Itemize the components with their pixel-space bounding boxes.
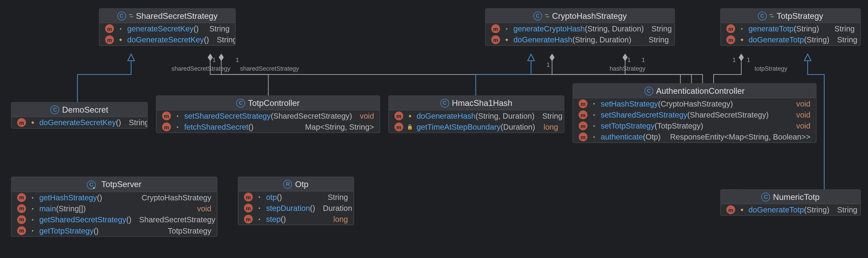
class-icon: C (440, 99, 449, 107)
method-name: main (39, 204, 56, 213)
method-params: (String[]) (56, 204, 86, 213)
member-row[interactable]: msetHashStrategy(CryptoHashStrategy) voi… (573, 98, 816, 109)
class-hmac-sha1-hash[interactable]: C HmacSha1Hash mdoGenerateHash(String, D… (389, 96, 564, 133)
class-header: C SharedSecretStrategy (100, 9, 235, 23)
class-authentication-controller[interactable]: C AuthenticationController msetHashStrat… (572, 83, 816, 143)
method-icon: m (162, 111, 171, 120)
return-type: void (796, 110, 810, 119)
member-row[interactable]: mstep() long (238, 214, 353, 225)
visibility-public-icon (29, 216, 36, 223)
member-row[interactable]: mgenerateCryptoHash(String, Duration) St… (486, 23, 674, 34)
class-name: HmacSha1Hash (452, 98, 513, 108)
method-params: () (97, 193, 102, 202)
return-type: ResponseEntity<Map<String, Boolean>> (670, 133, 810, 141)
svg-marker-3 (219, 54, 223, 61)
member-row[interactable]: mdoGenerateHash(String, Duration) String (389, 110, 563, 121)
method-params: (String, Duration) (572, 35, 631, 44)
member-row[interactable]: msetSharedSecretStrategy(SharedSecretStr… (573, 109, 816, 120)
return-type: void (197, 204, 211, 213)
class-name: Otp (295, 180, 309, 189)
member-row[interactable]: mgenerateTotp(String) String (721, 23, 860, 34)
method-icon: m (579, 133, 587, 141)
class-name: DemoSecret (62, 105, 108, 114)
member-row[interactable]: mdoGenerateTotp(String) String (721, 204, 860, 215)
return-type: String (129, 118, 148, 127)
method-icon: m (244, 215, 253, 223)
method-icon: m (579, 121, 587, 130)
method-icon: m (491, 35, 500, 44)
member-row[interactable]: mfetchSharedSecret() Map<String, String> (156, 121, 379, 133)
class-numeric-totp[interactable]: C NumericTotp mdoGenerateTotp(String) St… (720, 189, 861, 216)
method-icon: m (244, 204, 253, 213)
class-shared-secret-strategy[interactable]: C SharedSecretStrategy m generateSecretK… (99, 8, 236, 46)
method-icon: m (17, 118, 26, 127)
return-type: void (360, 111, 374, 120)
member-row[interactable]: m generateSecretKey() String (100, 23, 235, 34)
class-name: TotpServer (101, 180, 142, 189)
return-type: TotpStrategy (168, 226, 211, 235)
svg-marker-8 (623, 54, 627, 61)
edge-label: totpStrategy (754, 65, 787, 72)
class-totp-strategy[interactable]: C TotpStrategy mgenerateTotp(String) Str… (720, 8, 861, 46)
member-row[interactable]: mdoGenerateTotp(String) String (721, 34, 860, 45)
member-row[interactable]: mdoGenerateHash(String, Duration) String (486, 34, 674, 45)
method-name: setSharedSecretStrategy (184, 111, 271, 120)
svg-marker-6 (550, 54, 554, 61)
method-icon: m (244, 193, 253, 201)
member-row[interactable]: msetTotpStrategy(TotpStrategy) void (573, 120, 816, 131)
class-icon: C (758, 11, 767, 20)
class-icon: C (533, 11, 542, 20)
method-name: doGenerateHash (514, 35, 572, 44)
class-crypto-hash-strategy[interactable]: C CryptoHashStrategy mgenerateCryptoHash… (485, 8, 675, 46)
edge-label: hashStrategy (610, 65, 645, 72)
member-row[interactable]: mgetHashStrategy() CryptoHashStrategy (12, 192, 217, 203)
svg-text:1: 1 (642, 57, 645, 63)
method-params: (Otp) (643, 133, 660, 141)
visibility-public-icon (256, 193, 263, 201)
return-type: void (796, 121, 810, 130)
visibility-protected-icon (503, 36, 510, 43)
visibility-public-icon (503, 25, 510, 33)
svg-marker-0 (128, 54, 134, 61)
member-row[interactable]: mgetTotpStrategy() TotpStrategy (12, 225, 217, 236)
method-params: (String, Duration) (475, 111, 534, 120)
class-demo-secret[interactable]: C DemoSecret mdoGenerateSecretKey() Stri… (11, 102, 148, 128)
member-row[interactable]: mgetTimeAtStepBoundary(Duration) long (389, 121, 563, 133)
method-name: getTotpStrategy (39, 226, 94, 235)
return-type: String (835, 24, 855, 33)
method-params: (String, Duration) (585, 24, 644, 33)
member-row[interactable]: m doGenerateSecretKey() String (100, 34, 235, 45)
member-row[interactable]: mstepDuration() Duration (238, 202, 353, 214)
method-params: () (116, 118, 121, 127)
visibility-protected-icon (29, 119, 36, 126)
member-row[interactable]: msetSharedSecretStrategy(SharedSecretStr… (156, 110, 379, 121)
method-icon: m (17, 204, 26, 213)
method-name: doGenerateTotp (748, 35, 804, 44)
method-icon: m (579, 99, 587, 108)
class-name: AuthenticationController (656, 86, 745, 96)
method-name: setSharedSecretStrategy (601, 110, 687, 119)
class-icon: C (645, 86, 653, 95)
member-row[interactable]: mmain(String[]) void (12, 203, 217, 214)
method-name: generateSecretKey (127, 24, 194, 33)
method-params: (SharedSecretStrategy) (687, 110, 769, 119)
visibility-public-icon (590, 100, 598, 107)
svg-text:1: 1 (213, 57, 216, 63)
class-otp[interactable]: R Otp motp() String mstepDuration() Dura… (238, 177, 354, 225)
return-type: String (209, 24, 229, 33)
visibility-public-icon (590, 111, 598, 118)
method-name: generateTotp (748, 24, 794, 33)
visibility-public-icon (256, 215, 263, 223)
class-totp-server[interactable]: C▸ TotpServer mgetHashStrategy() CryptoH… (11, 177, 217, 236)
member-row[interactable]: motp() String (238, 192, 353, 202)
method-name: authenticate (601, 133, 643, 141)
class-header: C CryptoHashStrategy (486, 9, 674, 23)
method-name: setTotpStrategy (601, 121, 655, 130)
method-params: (TotpStrategy) (655, 121, 703, 130)
class-totp-controller[interactable]: C TotpController msetSharedSecretStrateg… (156, 96, 380, 133)
method-name: step (266, 215, 281, 223)
member-row[interactable]: mdoGenerateSecretKey() String (12, 117, 147, 128)
member-row[interactable]: mgetSharedSecretStrategy() SharedSecretS… (12, 214, 217, 225)
member-row[interactable]: mauthenticate(Otp) ResponseEntity<Map<St… (573, 131, 816, 142)
method-params: (CryptoHashStrategy) (658, 99, 733, 108)
